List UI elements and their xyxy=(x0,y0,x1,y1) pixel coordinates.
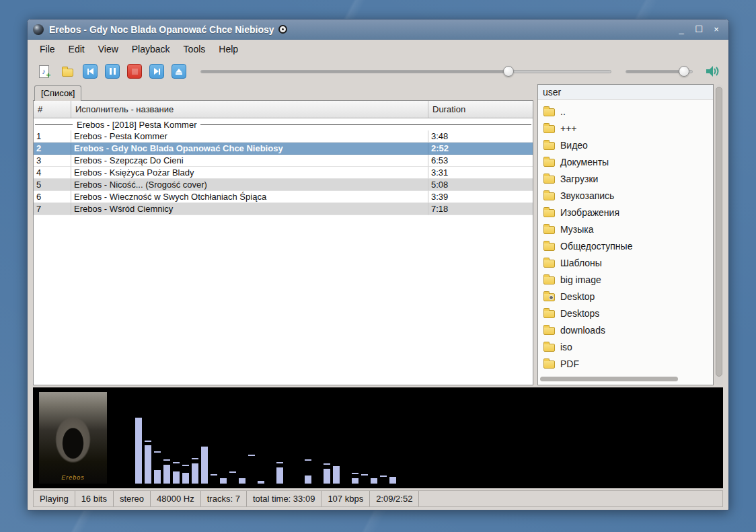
file-item[interactable]: Загрузки xyxy=(539,170,712,187)
file-item[interactable]: Изображения xyxy=(539,204,712,221)
pause-button[interactable] xyxy=(105,64,120,79)
file-item-label: PDF xyxy=(560,358,579,369)
spectrum-bar xyxy=(229,392,236,484)
file-item-label: Музыка xyxy=(560,224,594,235)
stop-button[interactable] xyxy=(127,64,142,79)
spectrum-bar xyxy=(276,392,283,484)
spectrum-peak xyxy=(163,459,170,461)
file-item-label: iso xyxy=(560,342,572,352)
table-row[interactable]: 7 Erebos - Wśród Ciemnicy 7:18 xyxy=(34,203,533,215)
folder-icon xyxy=(543,125,555,133)
table-row[interactable]: 1 Erebos - Pesta Kommer 3:48 xyxy=(34,130,533,143)
seek-slider[interactable] xyxy=(200,63,611,79)
file-item[interactable]: PDF xyxy=(539,355,712,372)
menu-item[interactable]: File xyxy=(33,41,62,57)
horizontal-scrollbar[interactable] xyxy=(540,377,688,381)
file-item-label: Документы xyxy=(560,157,609,167)
menu-item[interactable]: Help xyxy=(212,41,245,57)
file-item[interactable]: .. xyxy=(539,103,712,120)
file-item-label: Загрузки xyxy=(560,174,598,184)
file-item-label: Шаблоны xyxy=(560,258,602,268)
close-button[interactable]: × xyxy=(710,23,723,36)
table-row[interactable]: 3 Erebos - Szepcząc Do Cieni 6:53 xyxy=(34,155,533,167)
menu-item[interactable]: Playback xyxy=(125,41,177,57)
table-row[interactable]: 6 Erebos - Wieczność w Swych Otchłaniach… xyxy=(34,191,533,203)
cell-duration: 2:52 xyxy=(428,143,533,155)
cell-duration: 7:18 xyxy=(428,203,533,215)
folder-icon xyxy=(543,327,555,335)
table-row[interactable]: 5 Erebos - Nicość... (Srogość cover) 5:0… xyxy=(34,179,533,191)
eject-button[interactable] xyxy=(172,64,186,79)
menu-item[interactable]: Tools xyxy=(177,41,213,57)
folder-icon xyxy=(543,226,555,234)
file-item[interactable]: big image xyxy=(539,271,712,288)
cell-number: 5 xyxy=(34,179,71,191)
spectrum-bar xyxy=(135,392,142,484)
spectrum-peak xyxy=(192,458,198,459)
playlist-tab[interactable]: [Список] xyxy=(34,85,81,101)
previous-button[interactable] xyxy=(83,64,98,79)
file-item[interactable]: Desktops xyxy=(539,305,712,321)
next-button[interactable] xyxy=(149,64,164,79)
toolbar: ♪ + xyxy=(28,59,728,84)
table-row[interactable]: 2 Erebos - Gdy Noc Blada Opanować Chce N… xyxy=(34,143,533,155)
volume-slider[interactable] xyxy=(626,63,693,79)
spectrum-bar xyxy=(192,392,198,484)
vertical-scrollbar[interactable] xyxy=(715,84,723,385)
spectrum-peak xyxy=(154,451,161,453)
maximize-button[interactable]: ☐ xyxy=(692,23,706,36)
spectrum-bar xyxy=(201,392,208,484)
folder-icon xyxy=(543,293,555,301)
file-item[interactable]: Desktop xyxy=(539,288,712,305)
column-header-number[interactable]: # xyxy=(34,101,71,118)
titlebar[interactable]: Erebos - Gdy Noc Blada Opanować Chce Nie… xyxy=(28,20,728,40)
horizontal-scrollbar-thumb[interactable] xyxy=(540,377,678,381)
file-item[interactable]: Видео xyxy=(539,137,712,153)
table-row[interactable]: 4 Erebos - Księżyca Pożar Blady 3:31 xyxy=(34,167,533,179)
seek-track[interactable] xyxy=(200,70,611,73)
file-item[interactable]: +++ xyxy=(539,120,712,137)
spectrum-bar xyxy=(267,392,274,484)
minimize-button[interactable]: _ xyxy=(675,23,688,36)
cell-duration: 6:53 xyxy=(428,155,533,167)
spectrum-bar xyxy=(211,392,217,484)
file-item[interactable]: Звукозапись xyxy=(539,187,712,204)
file-item[interactable]: iso xyxy=(539,338,712,355)
file-item[interactable]: Музыка xyxy=(539,221,712,237)
volume-thumb[interactable] xyxy=(679,66,689,77)
folder-icon xyxy=(543,260,555,268)
cell-duration: 3:31 xyxy=(428,167,533,179)
file-item[interactable]: Общедоступные xyxy=(539,237,712,254)
spectrum-bar xyxy=(163,392,170,484)
menu-item[interactable]: View xyxy=(91,41,125,57)
file-list: .. +++ Видео xyxy=(538,100,713,385)
spectrum-bar xyxy=(305,392,311,484)
cell-number: 2 xyxy=(34,143,71,155)
status-segment: 107 kbps xyxy=(322,491,370,506)
spectrum-peak xyxy=(211,474,217,476)
spectrum-peak xyxy=(229,471,236,473)
app-window: Erebos - Gdy Noc Blada Opanować Chce Nie… xyxy=(27,19,729,510)
spectrum-peak xyxy=(248,455,255,456)
column-header-duration[interactable]: Duration xyxy=(428,101,533,118)
folder-icon xyxy=(543,108,555,116)
file-item-label: Видео xyxy=(560,140,588,151)
cell-title: Erebos - Szepcząc Do Cieni xyxy=(71,155,428,167)
open-folder-button[interactable] xyxy=(59,63,75,79)
folder-icon xyxy=(543,243,555,251)
spectrum-peak xyxy=(324,463,330,465)
file-item[interactable]: Документы xyxy=(539,153,712,170)
cell-title: Erebos - Wśród Ciemnicy xyxy=(71,203,428,215)
menu-item[interactable]: Edit xyxy=(62,41,91,57)
vertical-scrollbar-thumb[interactable] xyxy=(716,87,722,376)
path-entry[interactable]: user xyxy=(538,85,713,100)
file-item-label: Звукозапись xyxy=(560,190,614,201)
add-file-button[interactable]: ♪ + xyxy=(36,63,52,79)
status-segment: 48000 Hz xyxy=(151,491,201,506)
pause-icon xyxy=(110,68,112,75)
file-item[interactable]: Шаблоны xyxy=(539,254,712,271)
column-header-title[interactable]: Исполнитель - название xyxy=(71,101,428,118)
seek-thumb[interactable] xyxy=(503,66,514,77)
file-item[interactable]: downloads xyxy=(539,321,712,338)
spectrum-peak xyxy=(182,465,189,466)
